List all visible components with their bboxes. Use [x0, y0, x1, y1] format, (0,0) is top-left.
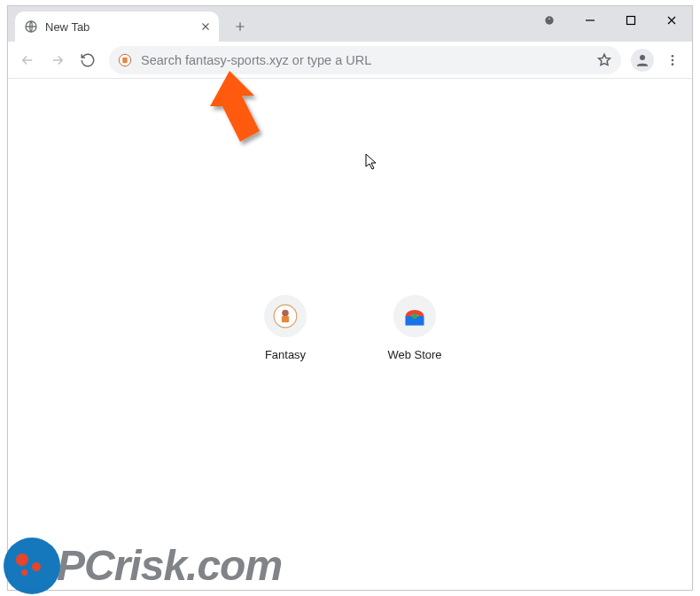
browser-tab[interactable]: New Tab: [15, 12, 219, 42]
window-maximize-button[interactable]: [611, 6, 651, 35]
address-bar-placeholder: Search fantasy-sports.xyz or type a URL: [141, 53, 371, 67]
avatar-icon: [631, 49, 654, 72]
toolbar: Search fantasy-sports.xyz or type a URL: [8, 42, 692, 79]
shortcuts-row: Fantasy Web Store: [236, 295, 464, 361]
shortcut-fantasy[interactable]: Fantasy: [236, 295, 335, 361]
back-button[interactable]: [13, 46, 42, 74]
watermark-logo-icon: [4, 538, 60, 594]
svg-rect-4: [122, 57, 127, 63]
shortcut-label: Fantasy: [265, 348, 306, 361]
svg-point-1: [545, 16, 553, 24]
bookmark-star-icon[interactable]: [596, 52, 612, 68]
window-close-button[interactable]: [651, 6, 692, 35]
svg-rect-2: [627, 17, 635, 25]
window-minimize-button[interactable]: [570, 6, 611, 35]
reload-button[interactable]: [74, 46, 102, 74]
titlebar: New Tab: [8, 6, 692, 42]
watermark-text: PCrisk.com: [57, 545, 282, 587]
globe-icon: [24, 19, 38, 34]
shortcut-label: Web Store: [387, 348, 441, 361]
svg-point-10: [282, 310, 288, 316]
extension-indicator-icon[interactable]: [529, 6, 570, 35]
site-favicon-icon: [118, 53, 132, 67]
menu-button[interactable]: [658, 46, 687, 74]
shortcut-icon: [393, 295, 436, 337]
new-tab-button[interactable]: [228, 14, 253, 39]
svg-point-5: [640, 55, 645, 60]
watermark: PCrisk.com: [4, 538, 282, 594]
shortcut-icon: [264, 295, 307, 337]
svg-point-7: [672, 58, 674, 61]
forward-button[interactable]: [43, 46, 72, 74]
profile-button[interactable]: [628, 46, 657, 74]
svg-point-8: [672, 63, 674, 66]
close-tab-button[interactable]: [199, 20, 212, 33]
page-content: Fantasy Web Store: [8, 79, 692, 590]
tab-title: New Tab: [45, 20, 89, 34]
svg-point-13: [412, 313, 417, 319]
browser-window: New Tab: [7, 5, 693, 591]
address-bar[interactable]: Search fantasy-sports.xyz or type a URL: [109, 46, 621, 74]
svg-rect-11: [282, 316, 289, 322]
svg-point-6: [672, 55, 674, 58]
shortcut-web-store[interactable]: Web Store: [365, 295, 464, 361]
window-controls: [529, 6, 692, 35]
